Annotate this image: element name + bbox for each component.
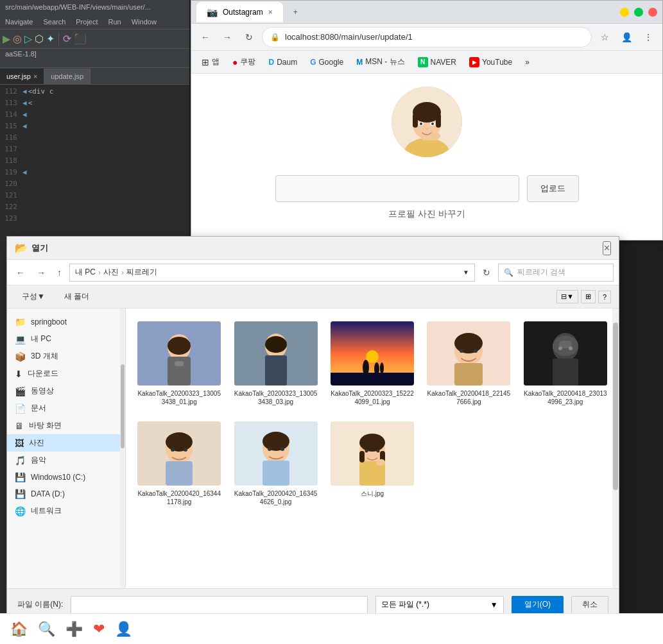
browser-active-tab[interactable]: 📷 Outstagram × [196,2,283,22]
browser-tab-add[interactable]: + [288,4,303,21]
sidebar-3d[interactable]: 📦 3D 개체 [7,348,125,365]
browser-maximize-btn[interactable] [634,8,643,17]
sidebar-data-d[interactable]: 💾 DATA (D:) [7,486,125,502]
sidebar-music[interactable]: 🎵 음악 [7,452,125,469]
sidebar-documents[interactable]: 📄 문서 [7,400,125,417]
file-name: 스니.jpg [361,489,384,498]
breadcrumb-current[interactable]: 찌르레기 [126,267,157,278]
toolbar-icon-1[interactable]: ▶ [3,33,10,45]
menu-navigate[interactable]: Navigate [5,18,33,26]
file-item[interactable]: KakaoTalk_20200418_230134996_23.jpg [520,316,611,411]
sidebar-pictures[interactable]: 🖼 사진 [7,434,125,452]
sidebar-scrollbar-thumb[interactable] [121,364,125,448]
desktop-icon: 🖥 [15,421,24,431]
browser-bookmark-btn[interactable]: ☆ [596,28,614,46]
file-item[interactable]: KakaoTalk_20200323_152224099_01.jpg [327,316,418,411]
ide-secondary-toolbar: aaSE-1.8] [0,49,189,68]
dialog-back-btn[interactable]: ← [12,265,29,280]
menu-run[interactable]: Run [108,18,121,26]
bm-daum[interactable]: D Daum [263,55,302,69]
toolbar-icon-2[interactable]: ◎ [13,33,22,45]
file-item[interactable]: KakaoTalk_20200323_130053438_01.jpg [133,316,225,411]
menu-project[interactable]: Project [76,18,98,26]
filename-input[interactable] [71,596,367,614]
breadcrumb-photos[interactable]: 사진 [103,267,119,278]
dialog-close-btn[interactable]: × [603,241,611,255]
ide-tab-user-close[interactable]: × [33,72,37,80]
toolbar-icon-6[interactable]: ⟳ [63,33,71,45]
bm-more[interactable]: » [520,55,535,69]
upload-button[interactable]: 업로드 [527,175,579,202]
bm-coupang[interactable]: ● 쿠팡 [227,54,261,70]
add-tab-icon[interactable]: + [293,8,298,17]
dialog-title-bar: 📂 열기 × [7,237,619,260]
browser-menu-btn[interactable]: ⋮ [639,28,657,46]
taskbar-search-icon[interactable]: 🔍 [38,621,55,638]
browser-forward-btn[interactable]: → [218,28,236,46]
breadcrumb[interactable]: 내 PC › 사진 › 찌르레기 ▼ [69,264,475,282]
pane-btn[interactable]: ⊞ [581,290,596,303]
bm-youtube[interactable]: ▶ YouTube [464,55,517,70]
new-folder-btn[interactable]: 새 폴더 [57,288,96,305]
bm-msn[interactable]: M MSN - 뉴스 [351,54,409,70]
toolbar-icon-4[interactable]: ⬡ [35,33,44,45]
taskbar-heart-icon[interactable]: ❤ [93,621,105,638]
menu-window[interactable]: Window [132,18,157,26]
sidebar-mypc[interactable]: 💻 내 PC [7,330,125,348]
compose-btn[interactable]: 구성▼ [15,288,52,305]
photo-kid2-svg [137,421,221,486]
dialog-up-btn[interactable]: ↑ [53,265,65,280]
filetype-dropdown-icon[interactable]: ▼ [490,600,498,609]
taskbar-profile-icon[interactable]: 👤 [115,621,132,638]
browser-close-btn[interactable] [648,8,657,17]
file-item[interactable]: KakaoTalk_20200323_130053438_03.jpg [230,316,321,411]
taskbar-home-icon[interactable]: 🏠 [10,621,28,638]
file-item[interactable]: KakaoTalk_20200420_163454626_0.jpg [230,416,321,511]
ide-tab-update[interactable]: update.jsp [44,69,90,84]
menu-search[interactable]: Search [43,18,65,26]
view-toggle-btn[interactable]: ⊟▼ [556,290,578,303]
help-btn[interactable]: ? [598,291,611,303]
browser-profile-btn[interactable]: 👤 [617,28,635,46]
sidebar-downloads[interactable]: ⬇ 다운로드 [7,365,125,382]
filetype-select[interactable]: 모든 파일 (*.*) ▼ [375,596,504,614]
breadcrumb-mypc[interactable]: 내 PC [75,267,96,278]
address-bar[interactable]: 🔒 localhost:8080/main/user/update/1 [262,27,592,47]
file-item[interactable]: 스니.jpg [327,416,418,511]
search-icon: 🔍 [504,268,513,277]
svg-rect-16 [175,361,184,366]
file-item[interactable]: KakaoTalk_20200418_221457666.jpg [423,316,514,411]
svg-rect-30 [454,363,483,386]
dialog-open-btn[interactable]: 열기(O) [512,596,564,614]
network-icon: 🌐 [15,506,26,516]
svg-point-42 [166,432,193,452]
breadcrumb-dropdown-icon[interactable]: ▼ [463,269,469,276]
browser-reload-btn[interactable]: ↻ [240,28,258,46]
browser-title-bar: 📷 Outstagram × + [191,1,662,24]
bm-naver-label: NAVER [431,58,456,67]
sidebar-network[interactable]: 🌐 네트워크 [7,502,125,520]
toolbar-icon-7[interactable]: ⬛ [74,33,87,45]
dialog-search-bar[interactable]: 🔍 찌르레기 검색 [498,264,614,282]
dialog-cancel-btn[interactable]: 취소 [571,596,608,614]
taskbar-add-icon[interactable]: ➕ [65,621,83,638]
toolbar-icon-3[interactable]: ▷ [24,33,32,45]
sidebar-desktop[interactable]: 🖥 바탕 화면 [7,417,125,434]
ide-tab-user[interactable]: user.jsp × [0,69,44,84]
bm-apps[interactable]: ⊞ 앱 [196,54,225,70]
bm-google[interactable]: G Google [305,55,349,69]
dialog-nav-bar: ← → ↑ 내 PC › 사진 › 찌르레기 ▼ ↻ 🔍 찌르레기 검색 [7,260,619,285]
file-item[interactable]: KakaoTalk_20200420_163441178.jpg [133,416,225,511]
dialog-forward-btn[interactable]: → [33,265,49,280]
sidebar-videos[interactable]: 🎬 동영상 [7,382,125,400]
browser-tab-close[interactable]: × [268,8,273,17]
bm-naver[interactable]: N NAVER [413,55,461,70]
dialog-refresh-btn[interactable]: ↻ [479,265,494,280]
browser-back-btn[interactable]: ← [196,28,214,46]
sidebar-springboot[interactable]: 📁 springboot [7,314,125,330]
sidebar-windows-c[interactable]: 💾 Windows10 (C:) [7,469,125,486]
toolbar-icon-5[interactable]: ✦ [46,33,55,45]
profile-file-input[interactable] [275,175,519,202]
files-scrollbar-thumb[interactable] [613,323,618,491]
browser-minimize-btn[interactable] [620,8,629,17]
